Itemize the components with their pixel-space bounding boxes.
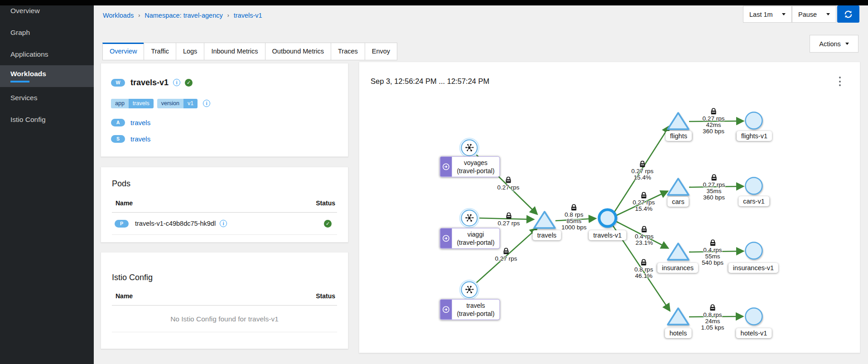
graph-node-flights-v1[interactable] [746,112,762,129]
label-chip: versionv1 [157,99,198,108]
graph-node-flights[interactable] [668,113,689,129]
tab-traffic[interactable]: Traffic [144,43,176,60]
istio-config-card: Istio Config Name Status No Istio Config… [101,252,348,349]
chevron-down-icon [826,13,830,15]
tab-inbound-metrics[interactable]: Inbound Metrics [204,43,265,60]
graph-node-viaggi[interactable] [460,209,479,228]
pod-badge: P [115,220,129,228]
label-chip: apptravels [111,99,154,108]
breadcrumb-separator: › [138,12,140,19]
refresh-button[interactable] [837,5,859,23]
pods-column-status: Status [316,199,337,207]
graph-edge[interactable] [555,218,595,221]
masthead [0,0,868,5]
breadcrumb: Workloads›Namespace: travel-agency›trave… [103,12,262,19]
page-title: travels-v1 [130,78,169,87]
sidebar-item-label: Overview [10,7,40,15]
sidebar-item-services[interactable]: Services [0,87,94,109]
graph-node-insurances[interactable] [668,243,689,260]
graph-edge[interactable] [476,154,537,214]
graph-panel: Sep 3, 12:56:24 PM ... 12:57:24 PM 0.27 … [359,62,860,353]
active-nav-indicator [10,81,29,83]
graph-edge[interactable] [689,251,743,252]
service-badge: S [111,135,125,143]
duration-dropdown-label: Last 1m [749,11,773,18]
info-icon[interactable]: i [203,100,210,107]
actions-dropdown-label: Actions [819,40,841,48]
graph-node-voyages[interactable] [460,138,479,157]
graph-node-insurances-v1[interactable] [746,243,762,259]
kebab-menu-icon[interactable] [839,76,841,87]
graph-node-cars-v1[interactable] [746,178,762,194]
table-row: Ptravels-v1-c49b8dc75-hk9dli✓ [112,213,337,235]
graph-edge[interactable] [689,316,743,317]
graph-node-travels[interactable] [534,212,555,228]
sync-icon [844,10,853,19]
workload-badge: W [111,79,125,87]
application-link[interactable]: travels [130,119,150,126]
graph-node-cars[interactable] [668,179,689,195]
graph-edge[interactable] [689,186,743,187]
graph-node-hotels[interactable] [668,308,689,325]
graph-edge[interactable] [614,126,669,212]
graph-time-range: Sep 3, 12:56:24 PM ... 12:57:24 PM [371,77,489,86]
breadcrumb-link[interactable]: Namespace: travel-agency [145,12,222,19]
istio-column-name: Name [112,292,133,300]
chevron-down-icon [845,43,849,45]
breadcrumb-separator: › [227,12,229,19]
istio-column-status: Status [316,292,337,300]
sidebar-item-graph[interactable]: Graph [0,22,94,44]
istio-config-empty-message: No Istio Config found for travels-v1 [112,315,337,323]
breadcrumb-link[interactable]: travels-v1 [234,12,262,19]
tab-logs[interactable]: Logs [176,43,204,60]
tab-envoy[interactable]: Envoy [365,43,397,60]
pods-title: Pods [112,179,337,189]
graph-edge[interactable] [617,222,668,248]
application-badge: A [111,119,125,126]
graph-edge[interactable] [478,218,533,219]
pods-card: Pods Name Status Ptravels-v1-c49b8dc75-h… [101,167,348,243]
graph-edge[interactable] [617,191,667,215]
health-status-icon: ✓ [185,79,193,87]
traffic-graph [359,62,861,354]
sidebar-item-applications[interactable]: Applications [0,44,94,65]
sidebar-item-label: Istio Config [10,116,46,124]
duration-dropdown[interactable]: Last 1m [743,6,792,23]
tab-outbound-metrics[interactable]: Outbound Metrics [265,43,331,60]
pods-column-name: Name [112,199,133,207]
workload-summary-card: W travels-v1 i ✓ apptravelsversionv1i A … [101,63,348,157]
graph-edge[interactable] [613,226,670,311]
tab-traces[interactable]: Traces [331,43,365,60]
pause-dropdown[interactable]: Pause [792,6,836,23]
info-icon[interactable]: i [220,220,227,227]
chevron-down-icon [782,13,786,15]
sidebar-item-label: Applications [10,50,48,58]
service-link[interactable]: travels [130,135,150,143]
actions-dropdown[interactable]: Actions [810,35,858,53]
graph-node-travels-v1[interactable] [599,210,616,227]
breadcrumb-link[interactable]: Workloads [103,12,134,19]
sidebar-item-label: Graph [10,29,30,37]
pod-name: travels-v1-c49b8dc75-hk9dl [135,220,216,227]
info-icon[interactable]: i [173,79,180,86]
sidebar: OverviewGraphApplicationsWorkloadsServic… [0,0,94,364]
sidebar-item-label: Services [10,94,37,102]
pod-status-icon: ✓ [324,220,332,228]
pause-dropdown-label: Pause [798,11,817,18]
sidebar-item-istio-config[interactable]: Istio Config [0,109,94,131]
graph-node-travels-portal[interactable] [460,280,479,299]
graph-node-hotels-v1[interactable] [746,308,762,325]
tab-bar: OverviewTrafficLogsInbound MetricsOutbou… [103,43,397,60]
graph-edge[interactable] [475,228,537,284]
tab-overview[interactable]: Overview [102,43,144,60]
istio-config-title: Istio Config [112,273,337,282]
graph-edge[interactable] [689,121,743,121]
sidebar-item-workloads[interactable]: Workloads [0,65,94,87]
sidebar-item-label: Workloads [10,70,46,78]
